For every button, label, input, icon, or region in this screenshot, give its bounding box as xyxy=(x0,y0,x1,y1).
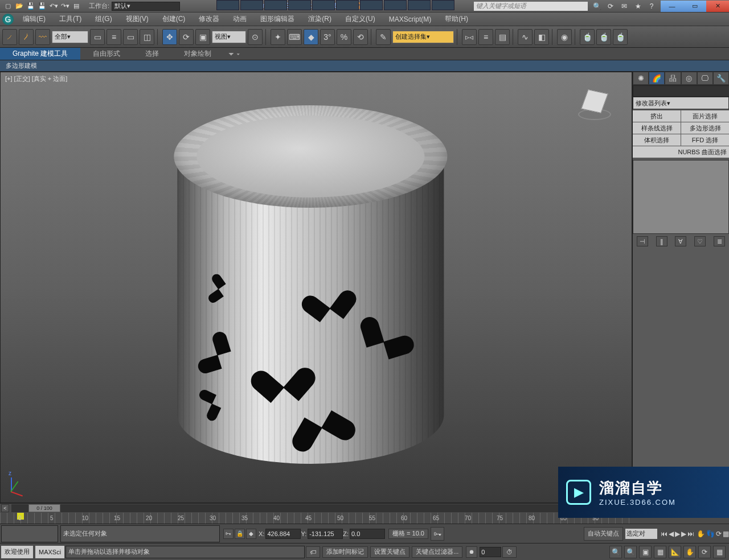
modbtn-volselect[interactable]: 体积选择 xyxy=(633,134,681,146)
viewport[interactable]: [+] [正交] [真实 + 边面] z xyxy=(0,72,632,503)
orbit-view-icon[interactable]: ⟳ xyxy=(698,546,711,558)
new-icon[interactable]: ▢ xyxy=(3,2,13,11)
ribbon-expander-icon[interactable]: ⏷ ▾ xyxy=(227,48,240,60)
display-tab-icon[interactable]: 🖵 xyxy=(697,72,713,85)
menu-create[interactable]: 创建(C) xyxy=(155,13,193,26)
z-input[interactable] xyxy=(350,529,385,539)
modify-tab-icon[interactable]: 🌈 xyxy=(649,72,665,85)
menu-edit[interactable]: 编辑(E) xyxy=(16,13,52,26)
modbtn-nurbsselect[interactable]: NURBS 曲面选择 xyxy=(633,146,729,158)
keymode-dd[interactable]: 选定对 xyxy=(625,529,657,539)
select-by-name-button[interactable]: ≡ xyxy=(107,29,121,45)
percent-snap-button[interactable]: % xyxy=(337,29,351,45)
modbtn-splineselect[interactable]: 样条线选择 xyxy=(633,122,681,134)
viewport-label[interactable]: [+] [正交] [真实 + 边面] xyxy=(5,75,67,83)
key-mode-toggle-icon[interactable]: ⏺ xyxy=(466,546,477,558)
add-time-tag-button[interactable]: 添加时间标记 xyxy=(322,546,368,558)
select-object-button[interactable]: ▭ xyxy=(90,29,105,45)
goto-start-icon[interactable]: ⏮ xyxy=(661,530,667,538)
layer-manager-button[interactable]: ▤ xyxy=(495,29,510,45)
task-thumb[interactable] xyxy=(312,0,335,10)
task-thumb[interactable] xyxy=(408,0,431,10)
key-filters-button[interactable]: 关键点过滤器... xyxy=(412,546,462,558)
x-input[interactable] xyxy=(265,529,301,539)
workspace-dropdown[interactable]: 默认 ▾ xyxy=(112,2,180,11)
ribbon-tab-objectpaint[interactable]: 对象绘制 xyxy=(171,48,224,60)
y-input[interactable] xyxy=(308,529,343,539)
undo-icon[interactable]: ↶▾ xyxy=(49,2,58,11)
maximize-viewport-icon[interactable]: ▦ xyxy=(723,530,729,538)
set-key-button[interactable]: 设置关键点 xyxy=(370,546,409,558)
menu-maxscript[interactable]: MAXScript(M) xyxy=(382,13,439,26)
time-config-icon[interactable]: ⏱ xyxy=(502,546,517,558)
selection-lock-icon[interactable]: 🗝 xyxy=(223,529,234,539)
current-frame-input[interactable]: 0 xyxy=(480,547,501,557)
create-tab-icon[interactable]: ✺ xyxy=(633,72,649,85)
rotate-button[interactable]: ⟳ xyxy=(179,29,194,45)
task-thumb[interactable] xyxy=(216,0,239,10)
modbtn-ffdselect[interactable]: FFD 选择 xyxy=(681,134,729,146)
selection-filter-dd[interactable]: 全部 ▾ xyxy=(52,31,88,43)
modbtn-patchselect[interactable]: 面片选择 xyxy=(681,110,729,122)
zoom-all-icon[interactable]: 🔍 xyxy=(624,546,637,558)
ribbon-tab-graphite[interactable]: Graphite 建模工具 xyxy=(0,48,80,60)
autokey-button[interactable]: 自动关键点 xyxy=(584,527,623,541)
play-icon[interactable]: ▶ xyxy=(675,530,680,538)
time-slider-thumb[interactable]: 0 / 100 xyxy=(28,504,60,512)
prev-frame-icon[interactable]: ◀ xyxy=(669,530,674,538)
make-unique-icon[interactable]: ∀ xyxy=(675,236,686,246)
maxscript-label[interactable]: MAXSci xyxy=(35,546,64,558)
task-thumb[interactable] xyxy=(360,0,383,10)
menu-help[interactable]: 帮助(H) xyxy=(438,13,475,26)
spinner-snap-button[interactable]: ⟲ xyxy=(353,29,368,45)
save-icon[interactable]: 💾 xyxy=(26,2,35,11)
task-thumb[interactable] xyxy=(240,0,263,10)
scale-button[interactable]: ▣ xyxy=(195,29,210,45)
task-thumb[interactable] xyxy=(264,0,287,10)
edit-named-sel-button[interactable]: ✎ xyxy=(376,29,391,45)
select-link-button[interactable]: ⟋ xyxy=(2,29,17,45)
zoom-icon[interactable]: 🔍 xyxy=(609,546,622,558)
motion-tab-icon[interactable]: ◎ xyxy=(681,72,697,85)
align-button[interactable]: ≡ xyxy=(478,29,493,45)
schematic-view-button[interactable]: ◧ xyxy=(534,29,549,45)
walk-icon[interactable]: 👣 xyxy=(706,530,715,538)
help-icon[interactable]: ? xyxy=(647,2,656,11)
show-end-result-icon[interactable]: ‖ xyxy=(656,236,667,246)
window-crossing-button[interactable]: ◫ xyxy=(140,29,154,45)
time-tag-icon[interactable]: 🏷 xyxy=(306,546,320,558)
task-thumb[interactable] xyxy=(432,0,454,10)
open-icon[interactable]: 📂 xyxy=(15,2,24,11)
angle-snap-button[interactable]: 3° xyxy=(320,29,335,45)
move-button[interactable]: ✥ xyxy=(162,29,177,45)
goto-end-icon[interactable]: ⏭ xyxy=(687,530,694,538)
utilities-tab-icon[interactable]: 🔧 xyxy=(713,72,729,85)
app-menu-button[interactable]: G xyxy=(0,13,16,26)
material-editor-button[interactable]: ◉ xyxy=(557,29,572,45)
pin-stack-icon[interactable]: ⊣ xyxy=(637,236,648,246)
select-region-rect-button[interactable]: ▭ xyxy=(123,29,138,45)
use-pivot-center-button[interactable]: ⊙ xyxy=(248,29,263,45)
keyboard-shortcut-button[interactable]: ⌨ xyxy=(287,29,302,45)
render-button[interactable]: 🍵 xyxy=(613,29,628,45)
pan-view-icon[interactable]: ✋ xyxy=(683,546,696,558)
remove-modifier-icon[interactable]: ♡ xyxy=(694,236,706,246)
task-thumb[interactable] xyxy=(336,0,359,10)
exchange-icon[interactable]: ⟳ xyxy=(606,2,615,11)
menu-group[interactable]: 组(G) xyxy=(88,13,118,26)
modifier-list-dd[interactable]: 修改器列表 ▾ xyxy=(633,97,729,109)
zoom-extents-icon[interactable]: ▣ xyxy=(639,546,652,558)
configure-sets-icon[interactable]: ≣ xyxy=(714,236,725,246)
favorite-icon[interactable]: ★ xyxy=(633,2,642,11)
subscription-icon[interactable]: 🔍 xyxy=(592,2,601,11)
menu-customize[interactable]: 自定义(U) xyxy=(338,13,382,26)
close-button[interactable]: ✕ xyxy=(706,1,729,12)
task-thumb[interactable] xyxy=(384,0,407,10)
max-toggle-icon[interactable]: ▦ xyxy=(713,546,726,558)
rendered-frame-button[interactable]: 🍵 xyxy=(596,29,611,45)
menu-graph-editors[interactable]: 图形编辑器 xyxy=(253,13,301,26)
menu-tools[interactable]: 工具(T) xyxy=(52,13,88,26)
slider-prev-icon[interactable]: < xyxy=(1,504,9,512)
zoom-extents-all-icon[interactable]: ▦ xyxy=(654,546,666,558)
redo-icon[interactable]: ↷▾ xyxy=(60,2,69,11)
